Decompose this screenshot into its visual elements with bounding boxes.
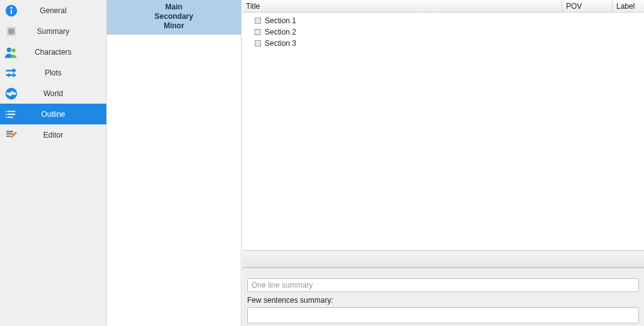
document-icon — [253, 16, 262, 25]
few-sentences-summary-input[interactable] — [247, 307, 639, 323]
tree-row[interactable]: Section 2 — [242, 26, 644, 38]
tree-cell-title: Section 1 — [265, 16, 562, 25]
characters-icon — [0, 45, 23, 59]
sidebar-item-label: Plots — [23, 68, 106, 77]
tree-body[interactable]: Section 1 Section 2 Section 3 — [242, 13, 644, 250]
sidebar-item-label: Summary — [23, 27, 106, 36]
outline-type-minor[interactable]: Minor — [107, 21, 241, 31]
svg-point-13 — [6, 116, 7, 117]
svg-point-6 — [12, 48, 16, 52]
svg-rect-4 — [8, 28, 14, 34]
outline-main: Title POV Label Section 1 Section 2 — [242, 0, 644, 326]
svg-point-5 — [7, 47, 11, 52]
plots-icon — [0, 66, 23, 80]
sidebar-item-label: Outline — [23, 110, 106, 119]
sidebar-item-label: Characters — [23, 48, 106, 57]
tree-cell-title: Section 2 — [265, 28, 562, 36]
column-header-title[interactable]: Title — [242, 0, 562, 12]
outline-icon — [0, 107, 23, 121]
sidebar-item-general[interactable]: General — [0, 0, 106, 21]
sidebar-nav: General Summary Characters Plots World — [0, 0, 107, 326]
document-icon — [253, 39, 262, 48]
svg-point-12 — [6, 114, 7, 115]
document-icon — [253, 28, 262, 36]
outline-tree: Title POV Label Section 1 Section 2 — [242, 0, 644, 250]
info-icon — [0, 4, 23, 18]
one-line-summary-input[interactable] — [247, 278, 639, 292]
sidebar-item-label: Editor — [23, 131, 106, 139]
few-sentences-label: Few sentences summary: — [247, 296, 639, 305]
sidebar-item-label: World — [23, 89, 106, 98]
tree-row[interactable]: Section 3 — [242, 38, 644, 49]
outline-type-secondary[interactable]: Secondary — [107, 12, 241, 21]
svg-rect-1 — [11, 9, 12, 14]
tree-row[interactable]: Section 1 — [242, 15, 644, 26]
sidebar-item-plots[interactable]: Plots — [0, 62, 106, 83]
summary-panel: Few sentences summary: — [242, 268, 644, 326]
sidebar-item-summary[interactable]: Summary — [0, 21, 106, 41]
editor-icon — [0, 128, 23, 142]
column-header-pov[interactable]: POV — [562, 0, 613, 12]
panel-divider[interactable] — [242, 250, 644, 268]
sidebar-item-editor[interactable]: Editor — [0, 124, 106, 145]
sidebar-item-world[interactable]: World — [0, 83, 106, 104]
tree-cell-title: Section 3 — [265, 39, 562, 48]
sidebar-item-outline[interactable]: Outline — [0, 104, 106, 124]
summary-icon — [0, 24, 23, 38]
sidebar-item-label: General — [23, 6, 106, 15]
column-header-label[interactable]: Label — [613, 0, 644, 12]
outline-type-main[interactable]: Main — [107, 3, 241, 12]
sidebar-item-characters[interactable]: Characters — [0, 41, 106, 62]
svg-point-11 — [6, 111, 7, 112]
outline-type-list: Main Secondary Minor — [107, 0, 242, 326]
tree-header: Title POV Label — [242, 0, 644, 13]
globe-icon — [0, 87, 23, 101]
svg-point-2 — [11, 6, 13, 8]
